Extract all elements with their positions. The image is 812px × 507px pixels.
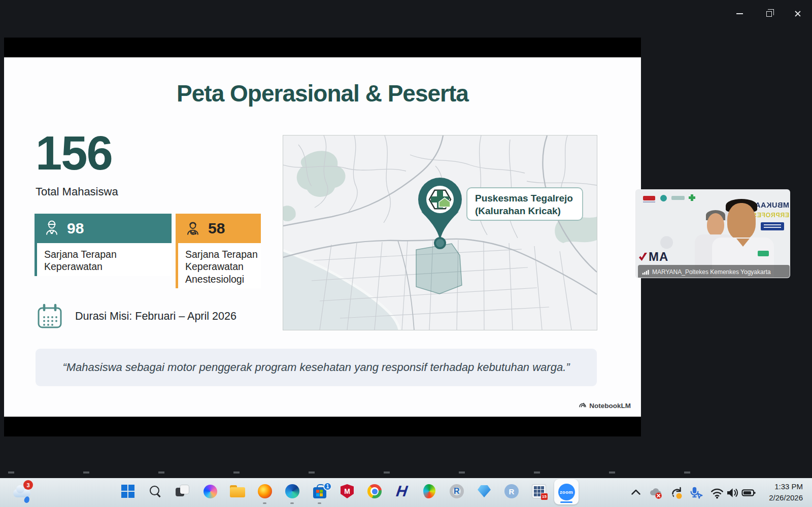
zoom-app-icon: zoom <box>558 484 575 500</box>
firefox-button[interactable] <box>255 481 275 501</box>
file-explorer-button[interactable] <box>227 481 248 501</box>
zoom-app-button[interactable]: zoom <box>554 479 579 504</box>
edge-button[interactable] <box>282 481 302 501</box>
person-behind-face <box>707 213 724 236</box>
mcafee-button[interactable]: M <box>337 481 357 501</box>
banner-watermark: MA <box>639 250 668 264</box>
map-label-line2: (Kalurahan Kricak) <box>475 206 561 216</box>
watermark-text: MA <box>649 250 668 264</box>
banner-logo-teal-circle <box>660 195 667 201</box>
gis-app-icon <box>423 484 435 498</box>
clock-date: 2/26/2026 <box>750 492 803 503</box>
notebooklm-label: NotebookLM <box>589 402 631 410</box>
search-button[interactable] <box>145 481 165 501</box>
person-front-face <box>727 203 756 240</box>
map-graphic: Puskesmas Tegalrejo (Kalurahan Kricak) <box>283 136 597 330</box>
weather-widget[interactable]: 3 <box>12 482 35 503</box>
notebooklm-logo-icon <box>579 401 587 410</box>
slide-title: Peta Operasional & Peserta <box>4 80 641 107</box>
folder-icon <box>230 485 245 497</box>
speaker-icon <box>725 485 740 500</box>
map-label-line1: Puskesmas Tegalrejo <box>475 193 573 204</box>
chrome-button[interactable] <box>364 481 385 501</box>
minimize-icon <box>736 13 743 14</box>
volume-button[interactable] <box>725 478 740 507</box>
mission-duration: Durasi Misi: Februari – April 2026 <box>36 302 236 330</box>
highlighted-district <box>416 244 462 294</box>
onedrive-status-button[interactable] <box>648 478 663 507</box>
edge-running-indicator <box>290 502 294 504</box>
copilot-icon <box>204 485 217 498</box>
store-notification-badge: 1 <box>323 482 332 491</box>
presentation-slide: Peta Operasional & Peserta 156 Total Mah… <box>4 57 641 417</box>
calendar-app-button[interactable]: 15 <box>529 481 549 501</box>
clock[interactable]: 1:33 PM 2/26/2026 <box>750 481 803 503</box>
sync-status-button[interactable] <box>669 478 684 507</box>
store-bag-icon: 1 <box>313 487 326 498</box>
stat-anestesiologi-label: Sarjana Terapan Keperawatan Anestesiolog… <box>176 243 261 288</box>
search-icon <box>149 485 162 498</box>
r-app-button[interactable]: R <box>447 481 467 501</box>
mcafee-shield-icon: M <box>341 484 354 498</box>
task-view-button[interactable] <box>173 481 193 501</box>
person-front-badge <box>758 251 769 256</box>
sync-arrow-icon <box>669 485 684 500</box>
stat-keperawatan-band: 98 <box>35 214 172 243</box>
gem-app-button[interactable] <box>474 481 494 501</box>
firefox-icon <box>258 484 272 498</box>
chevron-up-icon <box>628 485 644 500</box>
banner-logo-red <box>643 196 655 200</box>
r-circle-icon: R <box>504 484 519 498</box>
copilot-button[interactable] <box>200 481 220 501</box>
restore-button[interactable] <box>757 6 781 21</box>
weather-notification-badge: 3 <box>23 480 33 490</box>
microphone-location-button[interactable] <box>688 478 703 507</box>
taskbar: 3 1 M <box>0 478 812 507</box>
banner-logo-bar <box>671 196 685 200</box>
calendar-grid-icon: 15 <box>532 485 546 498</box>
microphone-icon <box>688 485 703 500</box>
notebooklm-brand: NotebookLM <box>579 401 631 410</box>
participant-name: MARYANA_Poltekes Kemenkes Yogyakarta <box>652 268 771 276</box>
nurse-icon <box>43 219 61 238</box>
participant-name-bar: MARYANA_Poltekes Kemenkes Yogyakarta <box>638 265 790 278</box>
gem-icon <box>478 485 491 497</box>
shared-screen-frame: Peta Operasional & Peserta 156 Total Mah… <box>4 38 641 436</box>
stat-keperawatan-label: Sarjana Terapan Keperawatan <box>35 243 172 276</box>
anesthetist-icon <box>184 219 202 238</box>
cutoff-text-row <box>8 471 739 474</box>
close-button[interactable] <box>786 6 809 21</box>
stat-anestesiologi: 58 Sarjana Terapan Keperawatan Anestesio… <box>176 214 261 288</box>
participant-video-thumbnail[interactable]: MBUKAAN PRA ERPROFESSI ON MA MARYANA_Pol… <box>635 189 790 278</box>
desktop: Peta Operasional & Peserta 156 Total Mah… <box>0 0 812 507</box>
wifi-icon <box>709 485 725 500</box>
tray-chevron-button[interactable] <box>628 478 644 507</box>
windows-logo-icon <box>121 485 134 498</box>
zoom-active-indicator <box>560 501 572 503</box>
task-view-icon <box>176 485 190 498</box>
minimize-button[interactable] <box>728 6 751 21</box>
wifi-button[interactable] <box>709 478 725 507</box>
signal-bars-icon <box>642 268 649 276</box>
watermark-swoosh-icon <box>639 253 647 261</box>
chrome-icon <box>367 484 382 498</box>
map-pin-label: Puskesmas Tegalrejo (Kalurahan Kricak) <box>467 188 583 220</box>
close-icon <box>794 10 801 17</box>
quote-box: “Mahasiswa sebagai motor penggerak progr… <box>36 349 597 386</box>
total-students-value: 156 <box>36 129 112 177</box>
cloud-error-icon <box>648 485 663 500</box>
program-stats: 98 Sarjana Terapan Keperawatan <box>35 214 261 288</box>
banner-blue-box <box>761 222 784 230</box>
microsoft-store-button[interactable]: 1 <box>310 481 330 501</box>
gis-app-button[interactable] <box>419 481 439 501</box>
edge-icon <box>285 484 299 498</box>
stat-keperawatan: 98 Sarjana Terapan Keperawatan <box>35 214 172 288</box>
banner-logo-green-plus <box>689 194 695 201</box>
start-button[interactable] <box>118 481 138 501</box>
r-ring-icon: R <box>450 484 464 498</box>
rstudio-button[interactable]: R <box>501 481 522 501</box>
h-app-button[interactable]: H <box>392 481 412 501</box>
calendar-date-badge: 15 <box>541 493 548 500</box>
h-app-icon: H <box>395 484 409 499</box>
stat-anestesiologi-value: 58 <box>208 220 225 237</box>
